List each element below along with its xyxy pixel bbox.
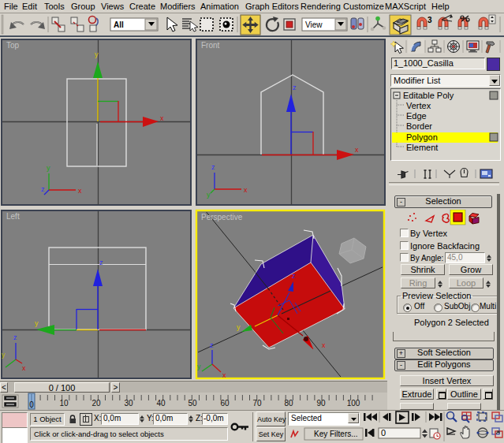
svg-text:z: z (292, 272, 296, 280)
svg-text:y: y (2, 351, 6, 359)
svg-text:80: 80 (284, 399, 293, 408)
svg-text:Edge: Edge (406, 111, 427, 121)
svg-text:x: x (22, 364, 26, 372)
svg-text:30: 30 (124, 399, 133, 408)
svg-text:z: z (293, 84, 297, 91)
svg-text:All: All (114, 20, 124, 29)
svg-text:y: y (207, 191, 211, 199)
svg-text:Polygon: Polygon (406, 132, 438, 142)
svg-text:x: x (355, 146, 359, 154)
svg-text:x: x (222, 371, 226, 379)
svg-text:Vertex: Vertex (406, 101, 431, 110)
svg-text:50: 50 (188, 399, 197, 408)
svg-text:Element: Element (406, 143, 438, 152)
svg-text:Perspective: Perspective (201, 213, 243, 222)
svg-text:Editable Poly: Editable Poly (403, 91, 454, 100)
svg-text:70: 70 (252, 399, 262, 408)
svg-text:40: 40 (156, 399, 166, 408)
svg-text:x: x (244, 186, 248, 194)
svg-text:z: z (41, 185, 45, 193)
svg-text:x: x (78, 187, 82, 195)
svg-text:z: z (211, 163, 215, 171)
svg-text:x: x (160, 114, 164, 122)
svg-text:y: y (35, 319, 39, 327)
svg-text:60: 60 (220, 399, 230, 408)
svg-text:Key Filters...: Key Filters... (314, 430, 358, 438)
svg-text:90: 90 (316, 399, 326, 408)
svg-text:y: y (237, 323, 241, 331)
svg-text:z: z (99, 259, 103, 266)
svg-text:y: y (95, 50, 99, 58)
svg-text:Top: Top (6, 41, 20, 50)
svg-text:Left: Left (6, 212, 20, 221)
svg-text:0: 0 (29, 400, 34, 409)
svg-text:10: 10 (59, 399, 69, 408)
svg-text:y: y (47, 164, 50, 172)
svg-text:Border: Border (406, 121, 432, 131)
svg-text:3: 3 (427, 16, 432, 24)
svg-text:y: y (197, 363, 201, 370)
svg-text:x: x (322, 341, 326, 349)
svg-text:View: View (305, 20, 323, 29)
svg-text:z: z (210, 341, 214, 349)
svg-text:z: z (13, 333, 17, 341)
svg-text:20: 20 (91, 399, 101, 408)
svg-text:0: 0 (381, 428, 386, 437)
svg-text:Front: Front (201, 41, 220, 50)
svg-text:100: 100 (347, 399, 360, 408)
